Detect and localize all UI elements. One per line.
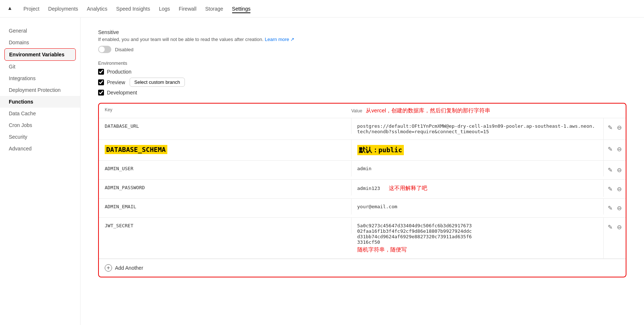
top-nav: ▲ Project Deployments Analytics Speed In… [0, 0, 644, 18]
jwt-secret-annotation: 随机字符串，随便写 [357, 246, 598, 253]
sidebar-item-domains[interactable]: Domains [0, 37, 80, 48]
env-value-jwt-secret: 5a0c9273c45647d33404d9c506fc6b3d62917673… [351, 218, 604, 258]
key-header: Key [105, 107, 351, 114]
env-key-admin-email: ADMIN_EMAIL [99, 199, 351, 214]
env-preview-row: Preview Select custom branch [98, 78, 626, 87]
delete-database-schema-button[interactable]: ⊖ [616, 145, 622, 153]
environments-section: Environments Production Preview Select c… [98, 60, 626, 96]
env-key-database-schema: DATABASE_SCHEMA [99, 140, 351, 159]
env-production-label: Production [107, 69, 131, 75]
env-preview-label: Preview [107, 79, 125, 85]
toggle-knob [99, 46, 105, 52]
env-actions-admin-email: ✎ ⊖ [604, 199, 626, 217]
sensitive-toggle[interactable] [98, 46, 111, 53]
delete-admin-password-button[interactable]: ⊖ [616, 185, 622, 193]
add-another-row[interactable]: + Add Another [99, 259, 626, 277]
table-row: DATABASE_URL postgres://default:OFt1YnPc… [99, 118, 626, 140]
sidebar-item-security[interactable]: Security [0, 131, 80, 143]
table-header: Key Value 从vercel，创建的数据库，然后们复制的那行字符串 [99, 104, 626, 118]
edit-admin-password-button[interactable]: ✎ [607, 185, 613, 193]
env-value-admin-password: admin123 这不用解释了吧 [351, 180, 604, 197]
delete-admin-email-button[interactable]: ⊖ [616, 204, 622, 212]
env-value-admin-user: admin [351, 161, 604, 176]
delete-admin-user-button[interactable]: ⊖ [616, 166, 622, 174]
table-row: ADMIN_PASSWORD admin123 这不用解释了吧 ✎ ⊖ [99, 180, 626, 199]
logo-icon: ▲ [7, 5, 15, 12]
env-development-row: Development [98, 90, 626, 96]
add-another-label: Add Another [115, 265, 143, 271]
add-circle-icon: + [105, 264, 112, 272]
sidebar-item-general[interactable]: General [0, 25, 80, 37]
layout: General Domains Environment Variables Gi… [0, 18, 644, 325]
edit-admin-email-button[interactable]: ✎ [607, 204, 613, 212]
sidebar-item-functions[interactable]: Functions [0, 96, 80, 108]
env-value-database-schema: 默认：public [351, 140, 604, 160]
edit-admin-user-button[interactable]: ✎ [607, 166, 613, 174]
nav-project[interactable]: Project [23, 4, 40, 13]
env-vars-table: Key Value 从vercel，创建的数据库，然后们复制的那行字符串 DAT… [98, 103, 626, 277]
env-actions-database-schema: ✎ ⊖ [604, 140, 626, 158]
toggle-label: Disabled [115, 47, 134, 52]
edit-database-schema-button[interactable]: ✎ [607, 145, 613, 153]
env-actions-jwt-secret: ✎ ⊖ [604, 218, 626, 236]
env-actions-database-url: ✎ ⊖ [604, 118, 626, 137]
env-production-checkbox[interactable] [98, 69, 104, 75]
sensitive-section: Sensitive If enabled, you and your team … [98, 29, 626, 53]
sidebar-item-env-vars[interactable]: Environment Variables [4, 48, 76, 61]
delete-jwt-secret-button[interactable]: ⊖ [616, 223, 622, 231]
env-key-admin-password: ADMIN_PASSWORD [99, 180, 351, 195]
nav-analytics[interactable]: Analytics [87, 4, 107, 13]
nav-firewall[interactable]: Firewall [179, 4, 196, 13]
env-actions-admin-user: ✎ ⊖ [604, 161, 626, 179]
table-row: DATABASE_SCHEMA 默认：public ✎ ⊖ [99, 140, 626, 161]
learn-more-link[interactable]: Learn more ↗ [265, 37, 294, 42]
nav-speed-insights[interactable]: Speed Insights [116, 4, 150, 13]
environments-label: Environments [98, 60, 626, 66]
edit-database-url-button[interactable]: ✎ [607, 123, 613, 132]
edit-jwt-secret-button[interactable]: ✎ [607, 223, 613, 231]
sensitive-title: Sensitive [98, 29, 626, 35]
env-preview-checkbox[interactable] [98, 79, 104, 85]
nav-deployments[interactable]: Deployments [48, 4, 78, 13]
env-key-jwt-secret: JWT_SECRET [99, 218, 351, 234]
env-value-database-url: postgres://default:OFt1YnPcmXMW@ep-dry-c… [351, 118, 604, 139]
database-schema-key-highlight: DATABASE_SCHEMA [105, 145, 167, 154]
sidebar-item-advanced[interactable]: Advanced [0, 143, 80, 154]
table-row: ADMIN_EMAIL your@email.com ✎ ⊖ [99, 199, 626, 218]
value-annotation: 从vercel，创建的数据库，然后们复制的那行字符串 [366, 107, 490, 113]
sidebar-item-data-cache[interactable]: Data Cache [0, 108, 80, 119]
select-custom-branch-button[interactable]: Select custom branch [130, 78, 185, 87]
database-schema-value-highlight: 默认：public [357, 145, 404, 155]
main-content: Sensitive If enabled, you and your team … [81, 18, 644, 325]
env-development-label: Development [107, 90, 137, 96]
table-row: ADMIN_USER admin ✎ ⊖ [99, 161, 626, 180]
env-key-database-url: DATABASE_URL [99, 118, 351, 134]
nav-logs[interactable]: Logs [159, 4, 170, 13]
sidebar-item-deployment-protection[interactable]: Deployment Protection [0, 84, 80, 96]
env-value-admin-email: your@email.com [351, 199, 604, 214]
sensitive-desc: If enabled, you and your team will not b… [98, 37, 626, 42]
table-row: JWT_SECRET 5a0c9273c45647d33404d9c506fc6… [99, 218, 626, 259]
sidebar-item-git[interactable]: Git [0, 61, 80, 72]
admin-password-annotation: 这不用解释了吧 [389, 185, 427, 191]
env-actions-admin-password: ✎ ⊖ [604, 180, 626, 198]
nav-settings[interactable]: Settings [232, 4, 251, 13]
sidebar-item-cron-jobs[interactable]: Cron Jobs [0, 119, 80, 131]
env-key-admin-user: ADMIN_USER [99, 161, 351, 176]
env-development-checkbox[interactable] [98, 90, 104, 96]
sidebar-item-integrations[interactable]: Integrations [0, 72, 80, 84]
env-production-row: Production [98, 69, 626, 75]
delete-database-url-button[interactable]: ⊖ [616, 123, 622, 132]
nav-storage[interactable]: Storage [205, 4, 223, 13]
value-header: Value 从vercel，创建的数据库，然后们复制的那行字符串 [351, 107, 598, 114]
sidebar: General Domains Environment Variables Gi… [0, 18, 81, 325]
